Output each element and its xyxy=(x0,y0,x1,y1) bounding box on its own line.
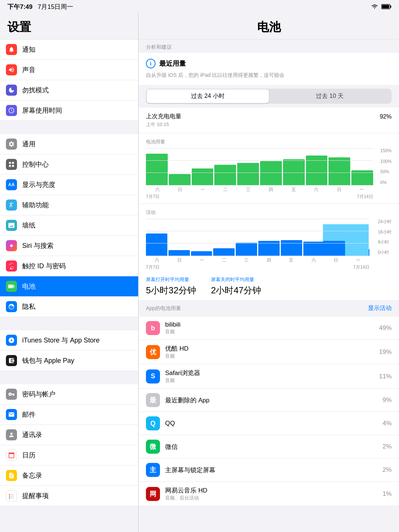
sidebar-section-1: 通知 声音 勿扰模式 屏幕使用时间 xyxy=(0,40,138,121)
wallet-label: 钱包与 Apple Pay xyxy=(22,356,74,365)
sidebar-title: 设置 xyxy=(7,19,131,35)
app-info: QQ xyxy=(165,420,382,427)
app-name: 最近删除的 App xyxy=(165,396,382,405)
sidebar-item-battery[interactable]: 电池 xyxy=(0,276,138,297)
svg-rect-11 xyxy=(8,285,13,288)
sidebar-item-contacts[interactable]: 通讯录 xyxy=(0,425,138,445)
avg-usage-section: 屏幕打开时平均用量 5小时32分钟 屏幕关闭时平均用量 2小时47分钟 xyxy=(146,276,392,296)
sidebar-item-calendar[interactable]: 日历 xyxy=(0,445,138,466)
accessibility-icon xyxy=(6,200,17,211)
app-item: QQQ4% xyxy=(139,412,399,435)
sidebar-item-wallet[interactable]: 钱包与 Apple Pay xyxy=(0,351,138,371)
sidebar-item-wallpaper[interactable]: 墙纸 xyxy=(0,215,138,236)
app-icon: 微 xyxy=(146,440,160,454)
recent-usage-title: 最近用量 xyxy=(159,59,186,68)
tab-10d[interactable]: 过去 10 天 xyxy=(269,89,391,103)
sidebar-item-dnd[interactable]: 勿扰模式 xyxy=(0,80,138,100)
avg-off-item: 屏幕关闭时平均用量 2小时47分钟 xyxy=(211,276,261,296)
sidebar-item-mail[interactable]: 邮件 xyxy=(0,405,138,425)
activity-label: 活动 xyxy=(146,209,392,216)
sidebar-item-sounds[interactable]: 声音 xyxy=(0,60,138,80)
svg-point-14 xyxy=(9,498,10,499)
touchid-icon xyxy=(6,260,17,272)
panel-header: 电池 xyxy=(139,13,399,40)
svg-rect-4 xyxy=(12,162,14,164)
sidebar-section-4: 密码与帐户 邮件 通讯录 日历 xyxy=(0,384,138,506)
app-name: 网易云音乐 HD xyxy=(165,486,382,495)
app-info: 优酷 HD音频 xyxy=(165,344,379,359)
tabs-container: 过去 24 小时 过去 10 天 xyxy=(139,85,399,108)
app-name: 优酷 HD xyxy=(165,344,379,353)
svg-rect-10 xyxy=(14,286,14,287)
sidebar-item-siri[interactable]: Siri 与搜索 xyxy=(0,236,138,256)
sidebar-item-privacy[interactable]: 隐私 xyxy=(0,297,138,317)
wallpaper-label: 墙纸 xyxy=(22,221,35,230)
sidebar-item-reminders[interactable]: 提醒事项 xyxy=(0,486,138,506)
sidebar-item-accessibility[interactable]: 辅助功能 xyxy=(0,195,138,215)
tall-activity-bar-dark xyxy=(323,241,345,256)
sidebar-item-notes[interactable]: 备忘录 xyxy=(0,466,138,486)
control-label: 控制中心 xyxy=(22,160,49,169)
activity-y-labels: 24小时 16小时 8小时 0小时 xyxy=(378,219,392,256)
activity-x-labels: 六日一二三四五六日一 xyxy=(146,257,392,263)
app-name: 微信 xyxy=(165,443,382,451)
app-icon: b xyxy=(146,321,160,335)
sidebar-item-general[interactable]: 通用 xyxy=(0,134,138,154)
app-icon: 最 xyxy=(146,393,160,407)
sidebar-item-itunes[interactable]: iTunes Store 与 App Store xyxy=(0,330,138,351)
activity-date-labels: 7月7日7月14日 xyxy=(146,264,392,270)
app-info: 最近删除的 App xyxy=(165,396,382,405)
sidebar-item-notifications[interactable]: 通知 xyxy=(0,40,138,60)
display-label: 显示与亮度 xyxy=(22,180,55,189)
svg-rect-5 xyxy=(9,165,11,167)
last-charge-label: 上次充电电量 xyxy=(146,113,181,120)
content-area: 设置 通知 声音 勿扰模式 xyxy=(0,13,399,532)
battery-icon xyxy=(381,4,392,10)
app-icon: 网 xyxy=(146,487,160,501)
notifications-icon xyxy=(6,44,17,55)
touchid-label: 触控 ID 与密码 xyxy=(22,262,66,270)
sidebar-item-display[interactable]: AA 显示与亮度 xyxy=(0,175,138,195)
app-info: Safari浏览器音频 xyxy=(165,369,379,384)
recent-usage-desc: 自从升级 iOS 后，您的 iPad 比以往使用得更频繁，这可能会 xyxy=(146,71,392,79)
app-icon: 优 xyxy=(146,345,160,359)
reminders-icon xyxy=(6,490,17,501)
app-pct: 11% xyxy=(379,373,392,380)
svg-rect-1 xyxy=(391,6,392,8)
notes-icon xyxy=(6,470,17,481)
sidebar-item-control[interactable]: 控制中心 xyxy=(0,154,138,175)
wallet-icon xyxy=(6,355,17,366)
sidebar-item-passwords[interactable]: 密码与帐户 xyxy=(0,384,138,405)
mail-label: 邮件 xyxy=(22,410,35,419)
last-charge-time: 上午 10:15 xyxy=(146,121,392,128)
status-time: 下午7:49 xyxy=(7,3,33,11)
itunes-label: iTunes Store 与 App Store xyxy=(22,336,99,345)
app-item: 优优酷 HD音频19% xyxy=(139,340,399,364)
app-usage-header: App的电池用量 显示活动 xyxy=(139,300,399,317)
svg-rect-15 xyxy=(11,494,14,495)
activity-chart-section: 活动 xyxy=(139,204,399,300)
screentime-icon xyxy=(6,105,17,116)
svg-rect-16 xyxy=(11,496,14,497)
svg-rect-2 xyxy=(382,5,389,8)
sidebar-item-touchid[interactable]: 触控 ID 与密码 xyxy=(0,256,138,276)
avg-off-value: 2小时47分钟 xyxy=(211,284,261,296)
passwords-icon xyxy=(6,389,17,400)
svg-rect-17 xyxy=(11,498,14,498)
sounds-label: 声音 xyxy=(22,65,35,74)
app-sub: 音频 xyxy=(165,353,379,359)
sidebar-item-screentime[interactable]: 屏幕使用时间 xyxy=(0,100,138,121)
mail-icon xyxy=(6,409,17,420)
battery-chart-section: 电池用量 xyxy=(139,133,399,204)
show-activity-button[interactable]: 显示活动 xyxy=(368,304,392,312)
app-info: 微信 xyxy=(165,443,382,451)
screentime-label: 屏幕使用时间 xyxy=(22,106,62,115)
svg-point-8 xyxy=(10,245,13,247)
app-icon: Q xyxy=(146,416,160,430)
svg-point-12 xyxy=(9,494,10,495)
calendar-label: 日历 xyxy=(22,451,35,460)
tab-24h[interactable]: 过去 24 小时 xyxy=(147,89,269,103)
passwords-label: 密码与帐户 xyxy=(22,390,55,399)
app-item: 微微信2% xyxy=(139,435,399,458)
avg-on-item: 屏幕打开时平均用量 5小时32分钟 xyxy=(146,276,196,296)
